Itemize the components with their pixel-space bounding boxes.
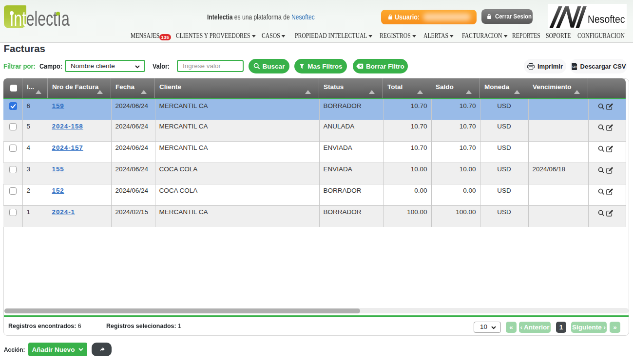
svg-text:CSV: CSV — [572, 66, 577, 68]
